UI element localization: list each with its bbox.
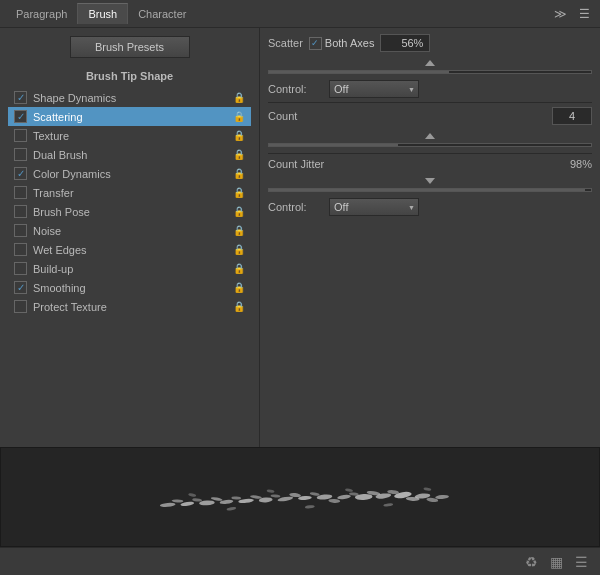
list-item-scattering[interactable]: Scattering 🔒 [8, 107, 251, 126]
count-jitter-slider-track[interactable] [268, 188, 592, 192]
list-item-noise[interactable]: Noise 🔒 [8, 221, 251, 240]
scattering-checkbox[interactable] [14, 110, 27, 123]
control-select-wrapper-1: Off [329, 80, 419, 98]
scatter-slider-row [268, 56, 592, 74]
recycle-icon[interactable]: ♻ [521, 552, 542, 572]
list-item-buildup[interactable]: Build-up 🔒 [8, 259, 251, 278]
control-row-2: Control: Off [268, 198, 592, 216]
svg-point-33 [345, 488, 353, 492]
dual-brush-label: Dual Brush [33, 149, 87, 161]
list-item-protect-texture[interactable]: Protect Texture 🔒 [8, 297, 251, 316]
left-panel: Brush Presets Brush Tip Shape Shape Dyna… [0, 28, 260, 447]
svg-point-35 [423, 487, 431, 491]
panels-row: Brush Presets Brush Tip Shape Shape Dyna… [0, 28, 600, 447]
svg-point-9 [250, 495, 262, 500]
lock-icon: 🔒 [233, 282, 245, 293]
dual-brush-checkbox[interactable] [14, 148, 27, 161]
list-icon[interactable]: ☰ [571, 552, 592, 572]
transfer-checkbox[interactable] [14, 186, 27, 199]
control-select-2[interactable]: Off [329, 198, 419, 216]
buildup-label: Build-up [33, 263, 73, 275]
count-slider-row [268, 129, 592, 147]
panel: Paragraph Brush Character ≫ ☰ Brush Pres… [0, 0, 600, 575]
smoothing-checkbox[interactable] [14, 281, 27, 294]
list-item-texture[interactable]: Texture 🔒 [8, 126, 251, 145]
scatter-percent[interactable]: 56% [380, 34, 430, 52]
list-item-dual-brush[interactable]: Dual Brush 🔒 [8, 145, 251, 164]
texture-label: Texture [33, 130, 69, 142]
count-slider-arrow [268, 129, 592, 141]
count-jitter-slider-row [268, 174, 592, 192]
svg-point-18 [337, 494, 351, 500]
both-axes-checkbox[interactable] [309, 37, 322, 50]
noise-label: Noise [33, 225, 61, 237]
brush-presets-button[interactable]: Brush Presets [70, 36, 190, 58]
svg-point-7 [231, 496, 241, 500]
control-label-2: Control: [268, 201, 323, 213]
svg-point-1 [172, 499, 184, 503]
protect-texture-label: Protect Texture [33, 301, 107, 313]
list-item-brush-pose[interactable]: Brush Pose 🔒 [8, 202, 251, 221]
svg-point-5 [211, 496, 223, 501]
list-item-color-dynamics[interactable]: Color Dynamics 🔒 [8, 164, 251, 183]
shape-dynamics-label: Shape Dynamics [33, 92, 116, 104]
both-axes-check[interactable]: Both Axes [309, 37, 375, 50]
brush-pose-checkbox[interactable] [14, 205, 27, 218]
count-slider-track[interactable] [268, 143, 592, 147]
svg-point-31 [266, 489, 274, 493]
list-item-smoothing[interactable]: Smoothing 🔒 [8, 278, 251, 297]
svg-point-11 [270, 494, 280, 498]
svg-point-34 [383, 503, 393, 507]
scatter-slider-track[interactable] [268, 70, 592, 74]
brush-preview-area [0, 447, 600, 547]
right-panel: Scatter Both Axes 56% Control: [260, 28, 600, 447]
wet-edges-checkbox[interactable] [14, 243, 27, 256]
lock-icon: 🔒 [233, 301, 245, 312]
lock-icon: 🔒 [233, 263, 245, 274]
panel-menu-icon[interactable]: ≫ [550, 5, 571, 23]
buildup-checkbox[interactable] [14, 262, 27, 275]
scatter-label: Scatter [268, 37, 303, 49]
smoothing-label: Smoothing [33, 282, 86, 294]
lock-icon: 🔒 [233, 92, 245, 103]
scatter-header-row: Scatter Both Axes 56% [268, 34, 592, 52]
count-row: Count 4 [268, 107, 592, 125]
tab-brush[interactable]: Brush [77, 3, 128, 24]
list-item[interactable]: Shape Dynamics 🔒 [8, 88, 251, 107]
count-jitter-slider-arrow [268, 174, 592, 186]
count-jitter-slider-fill [269, 189, 585, 191]
svg-point-30 [226, 506, 236, 511]
list-item-wet-edges[interactable]: Wet Edges 🔒 [8, 240, 251, 259]
protect-texture-checkbox[interactable] [14, 300, 27, 313]
tab-paragraph[interactable]: Paragraph [6, 4, 77, 24]
svg-point-28 [435, 495, 449, 500]
lock-icon: 🔒 [233, 168, 245, 179]
shape-dynamics-checkbox[interactable] [14, 91, 27, 104]
panel-options-icon[interactable]: ☰ [575, 5, 594, 23]
tab-bar: Paragraph Brush Character ≫ ☰ [0, 0, 600, 28]
svg-point-32 [305, 505, 315, 509]
lock-icon: 🔒 [233, 206, 245, 217]
control-select-1[interactable]: Off [329, 80, 419, 98]
lock-icon: 🔒 [233, 111, 245, 122]
count-label: Count [268, 110, 546, 122]
grid-icon[interactable]: ▦ [546, 552, 567, 572]
svg-point-0 [160, 502, 176, 507]
scatter-slider-fill [269, 71, 449, 73]
count-value[interactable]: 4 [552, 107, 592, 125]
svg-point-29 [188, 493, 196, 498]
divider-2 [268, 153, 592, 154]
scattering-label: Scattering [33, 111, 83, 123]
color-dynamics-checkbox[interactable] [14, 167, 27, 180]
color-dynamics-label: Color Dynamics [33, 168, 111, 180]
noise-checkbox[interactable] [14, 224, 27, 237]
count-jitter-row: Count Jitter 98% [268, 158, 592, 170]
lock-icon: 🔒 [233, 244, 245, 255]
tab-character[interactable]: Character [128, 4, 196, 24]
scatter-slider-arrow-up [268, 56, 592, 68]
brush-list: Shape Dynamics 🔒 Scattering 🔒 Texture 🔒 … [0, 88, 259, 316]
svg-point-17 [328, 499, 340, 504]
list-item-transfer[interactable]: Transfer 🔒 [8, 183, 251, 202]
texture-checkbox[interactable] [14, 129, 27, 142]
svg-point-3 [192, 498, 202, 502]
